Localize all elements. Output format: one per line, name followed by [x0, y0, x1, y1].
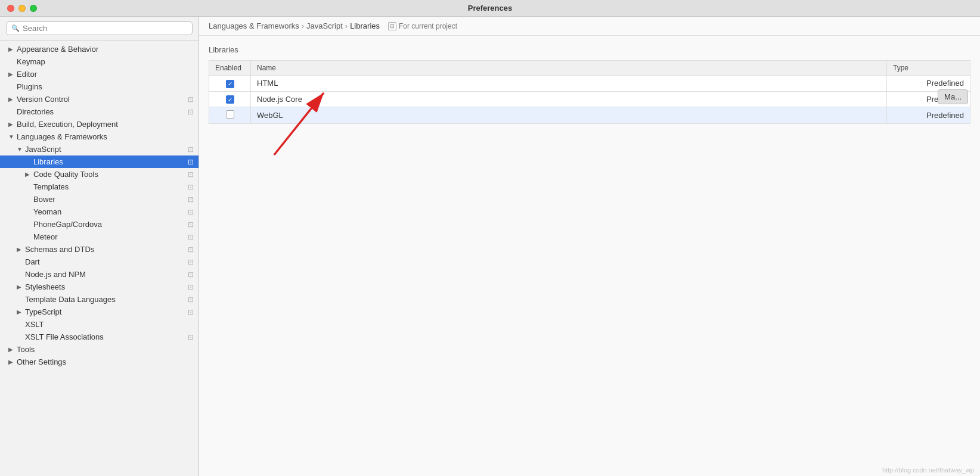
breadcrumb-part-2: JavaScript [306, 21, 343, 30]
content-area: Languages & Frameworks › JavaScript › Li… [199, 17, 980, 476]
sidebar-item-label: JavaScript [25, 145, 188, 154]
sidebar-item-directories[interactable]: Directories ⊡ [0, 105, 199, 118]
table-cell-enabled[interactable] [209, 91, 251, 107]
sidebar: 🔍 ▶ Appearance & Behavior Keymap ▶ Edito… [0, 17, 199, 476]
spacer [25, 234, 33, 240]
config-icon: ⊡ [188, 333, 194, 341]
expand-arrow-icon: ▶ [8, 121, 17, 127]
project-label: For current project [399, 22, 457, 30]
minimize-button[interactable] [18, 5, 26, 12]
sidebar-item-code-quality[interactable]: ▶ Code Quality Tools ⊡ [0, 168, 199, 181]
collapse-arrow-icon: ▼ [8, 133, 17, 140]
col-header-name: Name [251, 61, 887, 76]
sidebar-item-other-settings[interactable]: ▶ Other Settings [0, 356, 199, 368]
section-title: Libraries [209, 45, 970, 54]
sidebar-item-bower[interactable]: Bower ⊡ [0, 193, 199, 206]
traffic-lights [7, 5, 37, 12]
config-icon: ⊡ [188, 183, 194, 191]
sidebar-item-appearance[interactable]: ▶ Appearance & Behavior [0, 43, 199, 55]
config-icon: ⊡ [188, 245, 194, 254]
sidebar-item-yeoman[interactable]: Yeoman ⊡ [0, 206, 199, 218]
table-cell-name: HTML [251, 76, 887, 92]
sidebar-item-stylesheets[interactable]: ▶ Stylesheets ⊡ [0, 281, 199, 293]
spacer [17, 259, 25, 265]
sidebar-item-label: Yeoman [33, 207, 188, 216]
sidebar-item-libraries[interactable]: Libraries ⊡ [0, 155, 199, 168]
config-icon: ⊡ [188, 233, 194, 241]
sidebar-item-label: XSLT [25, 320, 199, 329]
sidebar-item-nodejs[interactable]: Node.js and NPM ⊡ [0, 268, 199, 281]
table-row: HTML Predefined [209, 76, 970, 92]
titlebar: Preferences [0, 0, 980, 17]
sidebar-item-xslt-file-assoc[interactable]: XSLT File Associations ⊡ [0, 331, 199, 343]
sidebar-nav: ▶ Appearance & Behavior Keymap ▶ Editor … [0, 41, 199, 476]
sidebar-item-keymap[interactable]: Keymap [0, 55, 199, 68]
config-icon: ⊡ [188, 158, 194, 166]
sidebar-item-phonegap[interactable]: PhoneGap/Cordova ⊡ [0, 218, 199, 231]
search-input[interactable] [23, 24, 187, 33]
enabled-checkbox[interactable] [226, 95, 234, 104]
sidebar-item-typescript[interactable]: ▶ TypeScript ⊡ [0, 306, 199, 318]
table-cell-type: Predefined [887, 107, 970, 124]
sidebar-item-xslt[interactable]: XSLT [0, 318, 199, 331]
sidebar-item-version-control[interactable]: ▶ Version Control ⊡ [0, 93, 199, 105]
sidebar-item-languages[interactable]: ▼ Languages & Frameworks [0, 130, 199, 143]
sidebar-item-dart[interactable]: Dart ⊡ [0, 256, 199, 268]
config-icon: ⊡ [188, 95, 194, 104]
close-button[interactable] [7, 5, 14, 12]
expand-arrow-icon: ▶ [25, 171, 33, 178]
window-title: Preferences [468, 4, 512, 13]
maximize-button[interactable] [30, 5, 37, 12]
enabled-checkbox[interactable] [226, 80, 234, 88]
spacer [8, 83, 17, 90]
config-icon: ⊡ [188, 270, 194, 279]
spacer [25, 209, 33, 215]
table-cell-name: Node.js Core [251, 91, 887, 107]
sidebar-item-schemas[interactable]: ▶ Schemas and DTDs ⊡ [0, 243, 199, 256]
spacer [8, 108, 17, 115]
sidebar-item-label: Schemas and DTDs [25, 245, 188, 254]
sidebar-item-label: Appearance & Behavior [17, 45, 199, 54]
search-icon: 🔍 [11, 24, 20, 32]
spacer [17, 334, 25, 340]
sidebar-item-plugins[interactable]: Plugins [0, 80, 199, 93]
manage-button[interactable]: Ma... [938, 89, 968, 104]
config-icon: ⊡ [188, 258, 194, 266]
config-icon: ⊡ [188, 295, 194, 304]
sidebar-item-label: Directories [17, 107, 188, 116]
search-wrapper[interactable]: 🔍 [6, 21, 193, 35]
enabled-checkbox[interactable] [226, 110, 234, 119]
table-cell-name: WebGL [251, 107, 887, 124]
expand-arrow-icon: ▶ [8, 96, 17, 102]
sidebar-item-label: Template Data Languages [25, 295, 188, 304]
sidebar-item-label: Build, Execution, Deployment [17, 120, 199, 129]
sidebar-item-label: PhoneGap/Cordova [33, 220, 188, 229]
config-icon: ⊡ [188, 108, 194, 116]
table-row: WebGL Predefined [209, 107, 970, 124]
table-cell-enabled[interactable] [209, 107, 251, 124]
libraries-table: Enabled Name Type HTML Predefined [209, 60, 970, 124]
sidebar-item-template-data[interactable]: Template Data Languages ⊡ [0, 293, 199, 306]
sidebar-item-editor[interactable]: ▶ Editor [0, 68, 199, 80]
sidebar-item-templates[interactable]: Templates ⊡ [0, 181, 199, 193]
expand-arrow-icon: ▶ [17, 284, 25, 290]
expand-arrow-icon: ▶ [8, 71, 17, 77]
config-icon: ⊡ [188, 220, 194, 229]
config-icon: ⊡ [188, 170, 194, 179]
sidebar-item-tools[interactable]: ▶ Tools [0, 343, 199, 356]
table-cell-enabled[interactable] [209, 76, 251, 92]
config-icon: ⊡ [188, 195, 194, 204]
sidebar-item-build[interactable]: ▶ Build, Execution, Deployment [0, 118, 199, 130]
sidebar-item-label: Templates [33, 182, 188, 191]
sidebar-item-label: XSLT File Associations [25, 332, 188, 341]
breadcrumb-part-3: Libraries [350, 21, 380, 30]
spacer [8, 58, 17, 65]
spacer [25, 183, 33, 190]
expand-arrow-icon: ▶ [8, 346, 17, 353]
expand-arrow-icon: ▶ [17, 246, 25, 253]
spacer [25, 221, 33, 228]
sidebar-item-javascript[interactable]: ▼ JavaScript ⊡ [0, 143, 199, 155]
expand-arrow-icon: ▶ [17, 309, 25, 315]
breadcrumb-part-1: Languages & Frameworks [209, 21, 299, 30]
sidebar-item-meteor[interactable]: Meteor ⊡ [0, 231, 199, 243]
